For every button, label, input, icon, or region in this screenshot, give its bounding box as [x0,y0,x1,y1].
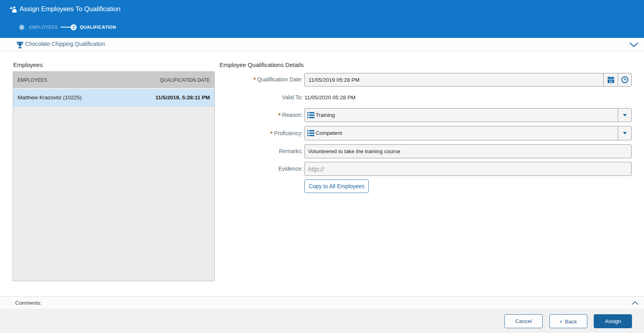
svg-text:31: 31 [609,80,612,83]
